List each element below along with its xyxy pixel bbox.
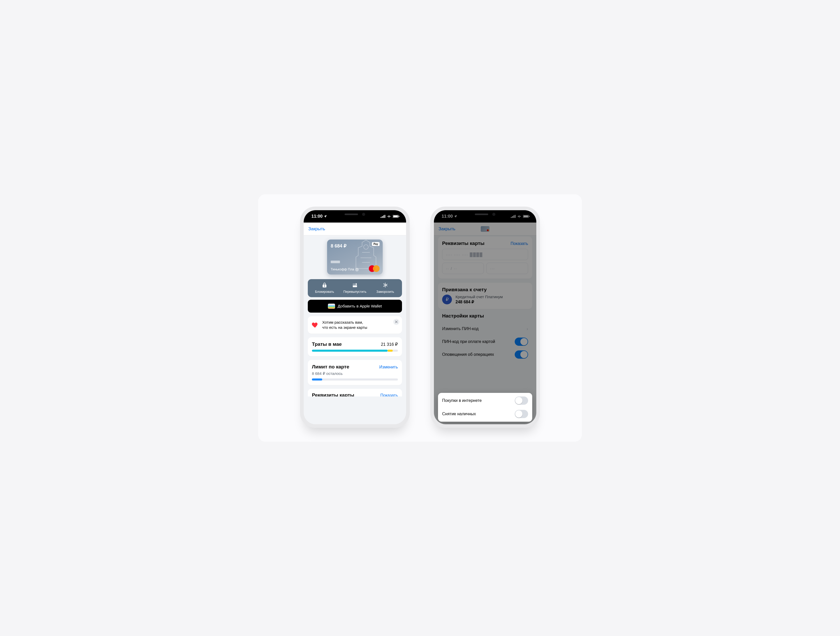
change-pin-row[interactable]: Изменить ПИН-код › (442, 322, 528, 335)
highlighted-settings-sheet: Покупки в интернете Снятие наличных (438, 393, 532, 422)
spending-title: Траты в мае (312, 341, 342, 347)
linked-account-name: Кредитный счет Платинум (456, 295, 503, 299)
block-label: Блокировать (315, 290, 334, 294)
spending-amount: 21 316 ₽ (381, 342, 398, 347)
wifi-icon (517, 215, 521, 218)
snowflake-icon (382, 282, 388, 288)
block-card-button[interactable]: Блокировать (309, 282, 340, 294)
pin-on-payment-row: ПИН-код при оплате картой (442, 335, 528, 348)
card-pan-mask (331, 260, 340, 263)
svg-rect-2 (383, 215, 384, 218)
apple-pay-badge: Pay (372, 242, 380, 246)
bank-card-wrap: 8 684 ₽ Pay Тинькофф Пла (308, 235, 402, 279)
spending-section[interactable]: Траты в мае 21 316 ₽ (308, 337, 402, 356)
change-pin-label: Изменить ПИН-код (442, 327, 479, 331)
spending-progress (312, 350, 398, 352)
freeze-label: Заморозить (376, 290, 394, 294)
phone-left: 11:00 Закрыть 8 684 ₽ Pay (300, 207, 410, 428)
card-settings-title: Настройки карты (442, 313, 528, 319)
cash-withdrawal-label: Снятие наличных (442, 412, 476, 416)
card-screen-content[interactable]: 8 684 ₽ Pay Тинькофф Пла Блокировать (304, 235, 406, 424)
linked-account-balance: 248 684 ₽ (456, 300, 503, 305)
svg-rect-0 (381, 217, 381, 218)
notch (458, 210, 512, 218)
phone-right: 11:00 Закрыть Реквизиты карты Показат (430, 207, 540, 428)
card-expiry-field[interactable]: ·· / ·· (442, 263, 484, 274)
limit-section[interactable]: Лимит по карте Изменить 8 684 ₽ осталось (308, 360, 402, 385)
wifi-icon (387, 215, 391, 218)
wallet-button-label: Добавить в Apple Wallet (338, 304, 382, 308)
nav-mini-card (481, 226, 489, 232)
cash-withdrawal-row: Снятие наличных (442, 407, 528, 421)
limit-progress (312, 379, 398, 380)
operation-notifications-toggle[interactable] (515, 350, 528, 359)
svg-rect-5 (393, 215, 398, 218)
freeze-card-button[interactable]: Заморозить (370, 282, 400, 294)
limit-remaining: 8 684 ₽ осталось (312, 371, 398, 376)
battery-icon (523, 215, 530, 218)
svg-rect-8 (511, 217, 512, 218)
svg-rect-1 (382, 216, 383, 218)
requisites-show-button[interactable]: Показать (511, 241, 528, 246)
close-button[interactable]: Закрыть (439, 226, 455, 232)
online-purchases-row: Покупки в интернете (442, 394, 528, 407)
mockup-canvas: 11:00 Закрыть 8 684 ₽ Pay (258, 194, 582, 442)
nav-bar: Закрыть (434, 223, 536, 235)
cash-withdrawal-toggle[interactable] (515, 410, 528, 418)
reissue-icon (352, 282, 358, 288)
card-cvc-field[interactable]: ··· (486, 263, 528, 274)
info-tip-card[interactable]: Хотим рассказать вам, что есть на экране… (308, 316, 402, 334)
bank-card[interactable]: 8 684 ₽ Pay Тинькофф Пла (327, 240, 383, 275)
card-edit-icon (355, 268, 359, 271)
operation-notifications-row: Оповещения об операциях (442, 348, 528, 361)
requisites-title-peek: Реквизиты карты (312, 392, 354, 396)
pin-on-payment-label: ПИН-код при оплате картой (442, 339, 495, 344)
location-icon (454, 215, 457, 218)
notch (328, 210, 382, 218)
card-settings-block: Настройки карты Изменить ПИН-код › ПИН-к… (438, 313, 532, 361)
heart-icon (311, 321, 319, 328)
svg-rect-9 (512, 216, 513, 218)
reissue-card-button[interactable]: Перевыпустить (340, 282, 370, 294)
card-number-field[interactable]: ···· ···· ···· ████ (442, 249, 528, 260)
nav-bar: Закрыть (304, 223, 406, 235)
svg-rect-14 (529, 216, 530, 217)
linked-account-title: Привязана к счету (442, 287, 528, 292)
requisites-section-peek[interactable]: Реквизиты карты Показать (308, 389, 402, 396)
apple-wallet-icon (328, 304, 335, 309)
info-tip-text: Хотим рассказать вам, что есть на экране… (322, 320, 367, 330)
svg-rect-11 (515, 215, 515, 218)
svg-rect-10 (513, 215, 514, 218)
card-actions-tray: Блокировать Перевыпустить Заморозить (308, 279, 402, 297)
status-time: 11:00 (442, 214, 453, 219)
card-product-label: Тинькофф Пла (331, 267, 359, 271)
battery-icon (393, 215, 399, 218)
online-purchases-label: Покупки в интернете (442, 398, 482, 403)
online-purchases-toggle[interactable] (515, 396, 528, 405)
requisites-section: Реквизиты карты Показать ···· ···· ···· … (438, 237, 532, 279)
limit-change-button[interactable]: Изменить (379, 365, 398, 369)
reissue-label: Перевыпустить (343, 290, 366, 294)
status-time: 11:00 (311, 214, 322, 219)
close-icon (395, 320, 398, 323)
requisites-show-peek[interactable]: Показать (381, 393, 398, 396)
limit-title: Лимит по карте (312, 364, 349, 370)
operation-notifications-label: Оповещения об операциях (442, 352, 494, 357)
requisites-title: Реквизиты карты (442, 241, 485, 246)
ruble-icon: ₽ (442, 295, 452, 305)
chevron-right-icon: › (527, 326, 528, 331)
mastercard-icon (369, 265, 380, 272)
info-tip-close-button[interactable] (393, 319, 399, 325)
lock-icon (322, 282, 327, 288)
close-button[interactable]: Закрыть (308, 226, 325, 232)
linked-account-section[interactable]: Привязана к счету ₽ Кредитный счет Плати… (438, 283, 532, 309)
svg-rect-6 (399, 216, 399, 217)
location-icon (324, 215, 327, 218)
pin-on-payment-toggle[interactable] (515, 338, 528, 346)
svg-rect-3 (384, 215, 385, 218)
svg-rect-13 (523, 215, 528, 218)
add-to-apple-wallet-button[interactable]: Добавить в Apple Wallet (308, 300, 402, 312)
